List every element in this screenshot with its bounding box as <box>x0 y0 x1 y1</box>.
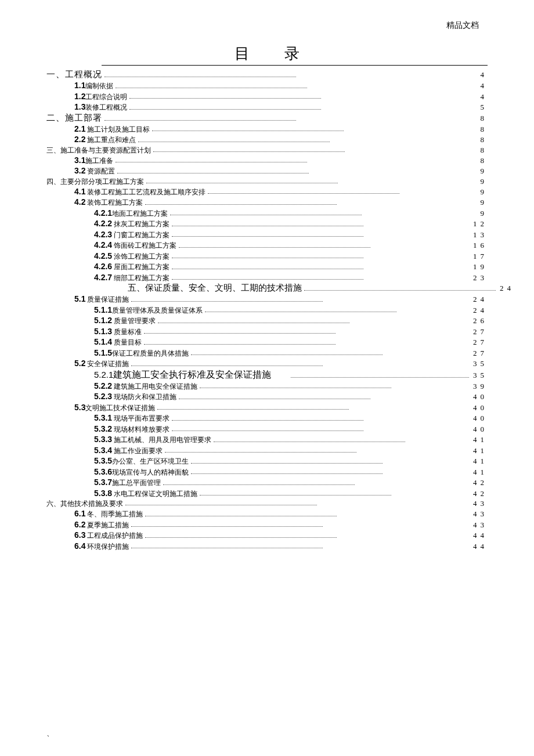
toc-entry-page: 43 <box>471 521 488 529</box>
toc-entry: 5.3.3 施工机械、用具及用电管理要求41 <box>46 435 488 444</box>
toc-entry-page: 44 <box>471 531 488 539</box>
toc-entry-text: 5.2.3 现场防火和保卫措施 <box>94 392 176 401</box>
toc-entry-label: 涂饰工程施工方案 <box>112 253 169 260</box>
toc-entry-number: 5.1 <box>74 294 85 303</box>
toc-entry-text: 5.1.3 质量标准 <box>94 327 142 336</box>
toc-entry-text: 5.1.5保证工程质量的具体措施 <box>94 349 189 357</box>
toc-entry: 5.3.8 水电工程保证文明施工措施42 <box>46 489 488 498</box>
toc-entry-page: 43 <box>471 500 488 507</box>
toc-entry-number: 4.2.2 <box>94 219 112 228</box>
toc-entry-number: 1.2 <box>74 92 85 101</box>
toc-entry-number: 4.2.1 <box>94 208 112 218</box>
toc-entry-page: 35 <box>471 360 488 367</box>
toc-entry-text: 4.2.5 涂饰工程施工方案 <box>94 252 169 261</box>
toc-entry: 6.1 冬、雨季施工措施43 <box>46 509 488 518</box>
toc-leader-dots <box>158 323 349 323</box>
toc-leader-dots <box>172 420 363 421</box>
toc-entry: 5.2 安全保证措施35 <box>46 359 488 368</box>
toc-entry: 4.2.3 门窗工程施工方案13 <box>46 230 488 239</box>
toc-entry-label: 质量保证措施 <box>85 296 129 303</box>
toc-entry-label: 施工作业面要求 <box>112 447 163 454</box>
toc-entry: 2.1 施工计划及施工目标8 <box>46 125 488 133</box>
toc-entry-number: 5.1.1 <box>94 305 112 314</box>
toc-leader-dots <box>144 344 335 345</box>
toc-entry-page: 5 <box>471 103 488 111</box>
toc-entry: 5.3.7施工总平面管理42 <box>46 478 488 487</box>
toc-entry-text: 5.3.4 施工作业面要求 <box>94 446 163 455</box>
toc-leader-dots <box>157 409 349 410</box>
toc-entry-number: 3.1 <box>74 155 85 165</box>
toc-entry-number: 5.3.8 <box>94 489 112 498</box>
toc-entry-label: 环境保护措施 <box>85 543 129 550</box>
table-of-contents: 一、工程概况41.1编制依据41.2工程综合说明41.3装修工程概况5二、施工部… <box>46 70 488 550</box>
toc-leader-dots <box>179 399 370 399</box>
toc-entry-text: 4.2.7 细部工程施工方案 <box>94 273 169 282</box>
toc-leader-dots <box>117 173 309 173</box>
toc-entry-page: 40 <box>471 425 488 433</box>
toc-entry-number: 4.2.7 <box>94 273 112 282</box>
toc-entry-page: 8 <box>471 136 488 143</box>
toc-leader-dots <box>131 366 323 366</box>
toc-entry: 4.2.2 抹灰工程施工方案12 <box>46 219 488 228</box>
toc-entry-text: 1.1编制依据 <box>74 81 113 90</box>
toc-entry-number: 5.3.4 <box>94 446 112 455</box>
toc-entry-text: 6.3 工程成品保护措施 <box>74 531 143 540</box>
toc-entry: 六、其他技术措施及要求43 <box>46 500 488 507</box>
toc-entry-text: 4.2.6 屋面工程施工方案 <box>94 262 169 271</box>
toc-entry-text: 二、施工部署 <box>46 114 102 122</box>
toc-entry: 二、施工部署8 <box>46 114 488 122</box>
toc-leader-dots <box>104 77 296 77</box>
toc-entry: 5.3文明施工技术保证措施40 <box>46 403 488 412</box>
toc-entry-page: 8 <box>471 146 488 154</box>
toc-entry-number: 2.2 <box>74 135 85 144</box>
toc-entry: 6.2 夏季施工措施43 <box>46 520 488 529</box>
toc-entry-number: 3.2 <box>74 166 85 175</box>
toc-entry-text: 5.3.5办公室、生产区环境卫生 <box>94 457 189 465</box>
toc-leader-dots <box>304 290 496 291</box>
toc-entry-label: 屋面工程施工方案 <box>112 263 169 270</box>
toc-entry-label: 饰面砖工程施工方案 <box>112 242 176 249</box>
toc-entry-page: 12 <box>471 220 488 227</box>
header-label: 精品文档 <box>446 20 479 31</box>
title-underline <box>102 65 488 66</box>
toc-entry-number: 5.3.6 <box>94 467 112 476</box>
toc-entry-label: 保证工程质量的具体措施 <box>112 350 189 357</box>
toc-entry-page: 41 <box>471 447 488 454</box>
toc-leader-dots <box>200 388 391 388</box>
toc-entry-page: 40 <box>471 414 488 422</box>
toc-entry-text: 5.3.8 水电工程保证文明施工措施 <box>94 489 197 498</box>
toc-entry-page: 42 <box>471 479 488 486</box>
toc-leader-dots <box>131 526 323 527</box>
toc-entry-text: 5.2 安全保证措施 <box>74 359 129 368</box>
toc-entry-number: 5.1.4 <box>94 337 112 346</box>
toc-leader-dots <box>191 463 383 464</box>
toc-entry-page: 9 <box>471 167 488 175</box>
toc-entry-number: 4.2.6 <box>94 262 112 271</box>
toc-entry: 5.2.1建筑施工安全执行标准及安全保证措施35 <box>46 370 488 379</box>
toc-entry: 5.1.2 质量管理要求26 <box>46 316 488 325</box>
toc-entry-number: 5.3.7 <box>94 478 112 487</box>
toc-entry-label: 施工机械、用具及用电管理要求 <box>112 436 211 443</box>
toc-entry-text: 4.2.4 饰面砖工程施工方案 <box>94 241 176 249</box>
toc-entry-label: 冬、雨季施工措施 <box>85 511 143 518</box>
toc-entry-text: 1.2工程综合说明 <box>74 92 127 101</box>
toc-entry-page: 17 <box>471 252 488 260</box>
toc-leader-dots <box>291 377 469 378</box>
toc-entry: 5.3.2 现场材料堆放要求40 <box>46 425 488 433</box>
toc-entry-number: 6.2 <box>74 520 85 529</box>
toc-entry: 一、工程概况4 <box>46 70 488 79</box>
toc-entry-number: 5.3.5 <box>94 456 112 465</box>
toc-entry-text: 5.2.1建筑施工安全执行标准及安全保证措施 <box>94 370 271 379</box>
toc-entry-label: 装修工程概况 <box>85 104 127 111</box>
toc-entry: 5.3.4 施工作业面要求41 <box>46 446 488 455</box>
toc-entry-page: 43 <box>471 510 488 518</box>
toc-entry-number: 5.2 <box>74 359 85 368</box>
toc-entry-label: 门窗工程施工方案 <box>112 231 169 238</box>
toc-entry: 1.2工程综合说明4 <box>46 92 488 101</box>
toc-entry-page: 9 <box>471 198 488 206</box>
toc-entry-page: 19 <box>471 263 488 270</box>
toc-leader-dots <box>152 131 344 131</box>
toc-leader-dots <box>172 431 363 431</box>
toc-entry-label: 现场宣传与人的精神面貌 <box>112 469 189 476</box>
toc-entry-page: 27 <box>471 328 488 335</box>
